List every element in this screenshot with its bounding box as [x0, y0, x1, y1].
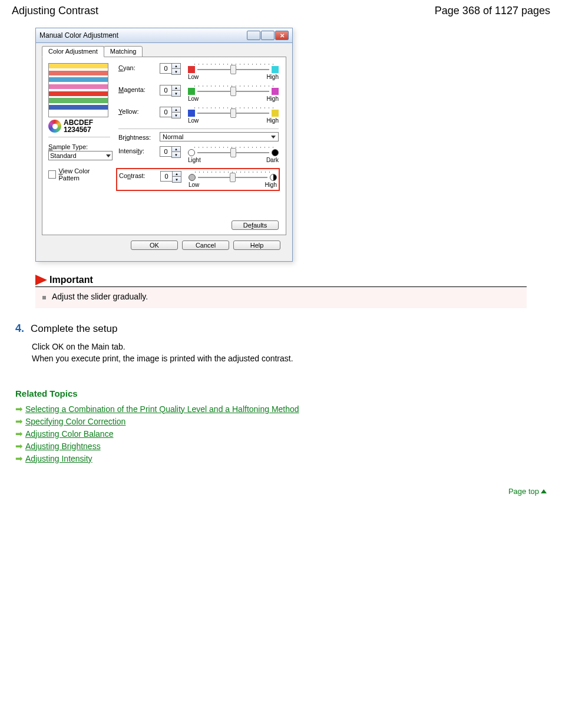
link-arrow-icon: ➡	[15, 417, 23, 426]
related-link[interactable]: Adjusting Color Balance	[25, 429, 113, 439]
important-arrow-icon	[35, 275, 47, 285]
yellow-low-label: Low	[188, 117, 199, 124]
intensity-slider[interactable]	[188, 149, 279, 156]
intensity-spinner[interactable]: 0 ▲▼	[160, 146, 181, 158]
cyan-value[interactable]: 0	[160, 63, 171, 74]
important-note: Important Adjust the slider gradually.	[35, 275, 527, 308]
sample-type-select[interactable]: Standard	[48, 151, 113, 160]
contrast-label: Contrast:	[119, 171, 160, 179]
step-number: 4.	[15, 322, 31, 335]
minimize-button[interactable]	[247, 31, 260, 40]
preview-image	[48, 63, 108, 117]
yellow-slider[interactable]	[188, 110, 279, 117]
ok-button[interactable]: OK	[131, 241, 178, 250]
magenta-high-swatch	[272, 88, 279, 95]
magenta-down[interactable]: ▼	[171, 91, 181, 97]
contrast-down[interactable]: ▼	[172, 177, 181, 183]
close-button[interactable]: ✕	[275, 31, 289, 40]
contrast-spinner[interactable]: 0 ▲▼	[160, 171, 181, 183]
page-title: Adjusting Contrast	[12, 5, 98, 17]
magenta-value[interactable]: 0	[160, 85, 171, 95]
help-button[interactable]: Help	[233, 241, 280, 250]
cyan-low-label: Low	[188, 74, 199, 80]
intensity-thumb[interactable]	[230, 148, 236, 157]
related-link[interactable]: Selecting a Combination of the Print Qua…	[25, 404, 299, 414]
sample-type-value: Standard	[50, 152, 77, 159]
intensity-value[interactable]: 0	[160, 146, 171, 157]
link-arrow-icon: ➡	[15, 429, 23, 438]
contrast-high-icon	[270, 174, 277, 181]
yellow-spinner[interactable]: 0 ▲▼	[160, 107, 181, 118]
magenta-slider[interactable]	[188, 88, 279, 95]
yellow-high-label: High	[266, 117, 279, 124]
yellow-high-swatch	[272, 110, 279, 117]
related-link[interactable]: Adjusting Intensity	[25, 454, 92, 463]
magenta-low-swatch	[188, 88, 195, 95]
link-arrow-icon: ➡	[15, 404, 23, 413]
yellow-up[interactable]: ▲	[171, 107, 181, 113]
yellow-value[interactable]: 0	[160, 107, 171, 117]
cyan-slider[interactable]	[188, 66, 279, 73]
page-indicator: Page 368 of 1127 pages	[435, 5, 550, 17]
intensity-light-icon	[188, 149, 195, 156]
maximize-button[interactable]	[261, 31, 275, 40]
brightness-value: Normal	[163, 133, 183, 140]
chevron-down-icon	[271, 136, 276, 139]
dialog-title: Manual Color Adjustment	[39, 31, 118, 39]
contrast-high-label: High	[265, 182, 277, 188]
yellow-down[interactable]: ▼	[171, 113, 181, 118]
magenta-spinner[interactable]: 0 ▲▼	[160, 85, 181, 97]
up-arrow-icon	[541, 489, 547, 493]
contrast-low-label: Low	[189, 182, 199, 188]
cyan-high-swatch	[272, 66, 279, 73]
yellow-low-swatch	[188, 110, 195, 117]
page-top-link[interactable]: Page top	[508, 487, 539, 496]
magenta-thumb[interactable]	[230, 87, 236, 96]
contrast-value[interactable]: 0	[160, 171, 172, 182]
magenta-label: Magenta:	[118, 85, 160, 93]
related-link[interactable]: Specifying Color Correction	[25, 417, 125, 426]
step-title: Complete the setup	[31, 323, 117, 335]
contrast-up[interactable]: ▲	[172, 171, 181, 177]
important-text: Adjust the slider gradually.	[52, 292, 148, 301]
magenta-up[interactable]: ▲	[171, 85, 181, 91]
related-link[interactable]: Adjusting Brightness	[25, 442, 101, 451]
contrast-thumb[interactable]	[230, 173, 236, 182]
defaults-button[interactable]: Defaults	[232, 220, 279, 230]
cyan-low-swatch	[188, 66, 195, 73]
view-color-pattern-checkbox[interactable]	[48, 170, 56, 179]
contrast-low-icon	[189, 174, 196, 181]
important-heading: Important	[49, 275, 93, 285]
tab-color-adjustment[interactable]: Color Adjustment	[42, 46, 104, 57]
yellow-thumb[interactable]	[230, 108, 236, 118]
brightness-label: Brightness:	[118, 133, 160, 141]
bullet-icon	[42, 296, 46, 299]
link-arrow-icon: ➡	[15, 442, 23, 450]
intensity-high-label: Dark	[266, 157, 279, 163]
intensity-low-label: Light	[188, 157, 201, 163]
cancel-button[interactable]: Cancel	[182, 241, 229, 250]
cyan-spinner[interactable]: 0 ▲▼	[160, 63, 181, 75]
tab-matching[interactable]: Matching	[104, 46, 143, 57]
cyan-thumb[interactable]	[230, 65, 236, 74]
intensity-up[interactable]: ▲	[171, 146, 181, 152]
link-arrow-icon: ➡	[15, 454, 23, 463]
step-line2: When you execute print, the image is pri…	[32, 353, 550, 364]
cyan-up[interactable]: ▲	[171, 63, 181, 69]
intensity-dark-icon	[272, 149, 279, 156]
intensity-label: Intensity:	[118, 146, 160, 154]
chevron-down-icon	[106, 154, 111, 157]
step-line1: Click OK on the Main tab.	[32, 341, 550, 353]
cyan-label: Cyan:	[118, 63, 160, 71]
yellow-label: Yellow:	[118, 107, 160, 115]
magenta-high-label: High	[266, 95, 279, 102]
intensity-down[interactable]: ▼	[171, 152, 181, 158]
view-color-pattern-label: View Color Pattern	[58, 167, 110, 182]
contrast-highlight: Contrast: 0 ▲▼	[116, 168, 280, 191]
cyan-high-label: High	[266, 74, 279, 80]
brightness-select[interactable]: Normal	[160, 132, 279, 141]
cyan-down[interactable]: ▼	[171, 69, 181, 75]
preview-text: ABCDEF 1234567	[48, 119, 110, 133]
magenta-low-label: Low	[188, 95, 199, 102]
contrast-slider[interactable]	[189, 174, 277, 181]
